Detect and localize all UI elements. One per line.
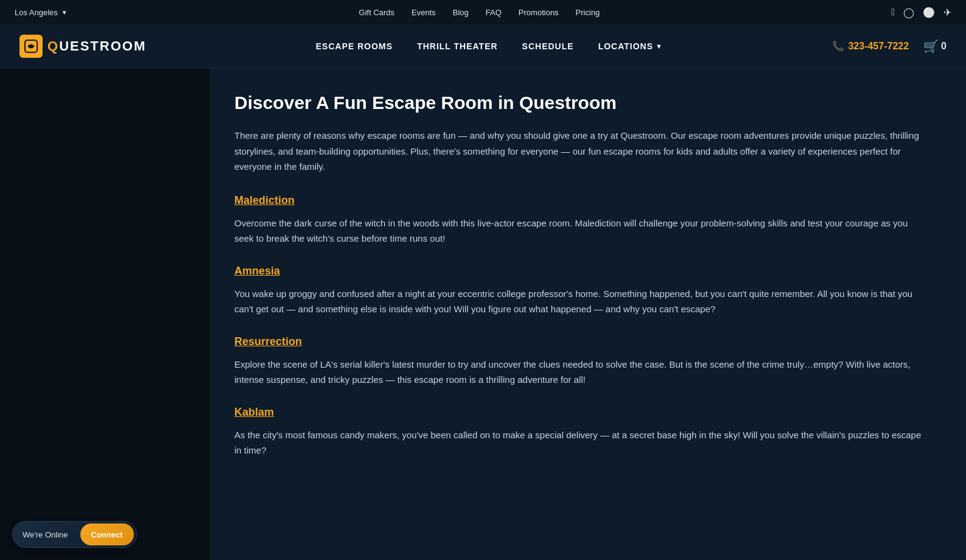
chat-connect-button[interactable]: Connect — [80, 523, 134, 545]
logo[interactable]: QUESTROOM — [19, 35, 146, 58]
main-nav: QUESTROOM ESCAPE ROOMS THRILL THEATER SC… — [0, 24, 966, 68]
yelp-icon[interactable]: ⚪ — [923, 7, 935, 18]
cart-button[interactable]: 🛒 0 — [923, 39, 947, 54]
page-layout: Discover A Fun Escape Room in Questroom … — [0, 68, 966, 560]
sidebar — [0, 68, 210, 560]
nav-blog[interactable]: Blog — [453, 8, 469, 17]
room-desc-malediction: Overcome the dark curse of the witch in … — [234, 215, 929, 247]
location-chevron-icon: ▼ — [61, 9, 68, 16]
nav-faq[interactable]: FAQ — [486, 8, 502, 17]
main-nav-right: 📞 323-457-7222 🛒 0 — [832, 39, 947, 54]
nav-escape-rooms[interactable]: ESCAPE ROOMS — [316, 41, 393, 51]
location-selector[interactable]: Los Angeles ▼ — [15, 8, 68, 17]
facebook-icon[interactable]:  — [891, 7, 895, 18]
main-content: Discover A Fun Escape Room in Questroom … — [210, 68, 966, 560]
chat-status: We're Online — [13, 530, 78, 539]
intro-paragraph: There are plenty of reasons why escape r… — [234, 128, 929, 175]
room-link-amnesia[interactable]: Amnesia — [234, 265, 280, 278]
phone-icon: 📞 — [832, 40, 844, 52]
page-title: Discover A Fun Escape Room in Questroom — [234, 93, 929, 113]
nav-events[interactable]: Events — [411, 8, 436, 17]
room-desc-kablam: As the city's most famous candy makers, … — [234, 427, 929, 458]
room-link-resurrection[interactable]: Resurrection — [234, 335, 302, 348]
room-link-kablam[interactable]: Kablam — [234, 406, 274, 419]
phone-number: 323-457-7222 — [848, 41, 909, 52]
nav-promotions[interactable]: Promotions — [519, 8, 559, 17]
locations-chevron-icon: ▼ — [656, 43, 663, 50]
tripadvisor-icon[interactable]: ✈ — [943, 7, 951, 18]
phone-link[interactable]: 📞 323-457-7222 — [832, 40, 909, 52]
cart-bag-icon: 🛒 — [923, 39, 939, 54]
instagram-icon[interactable]: ◯ — [903, 7, 914, 18]
main-nav-links: ESCAPE ROOMS THRILL THEATER SCHEDULE LOC… — [316, 41, 663, 51]
location-label: Los Angeles — [15, 8, 58, 17]
top-nav: Gift Cards Events Blog FAQ Promotions Pr… — [359, 8, 600, 17]
nav-thrill-theater[interactable]: THRILL THEATER — [417, 41, 497, 51]
top-bar: Los Angeles ▼ Gift Cards Events Blog FAQ… — [0, 0, 966, 24]
room-desc-resurrection: Explore the scene of LA's serial killer'… — [234, 357, 929, 388]
social-links:  ◯ ⚪ ✈ — [891, 7, 951, 18]
logo-icon — [19, 35, 43, 58]
cart-count: 0 — [941, 41, 947, 52]
nav-pricing[interactable]: Pricing — [576, 8, 600, 17]
logo-text: QUESTROOM — [47, 38, 146, 54]
nav-gift-cards[interactable]: Gift Cards — [359, 8, 395, 17]
room-link-malediction[interactable]: Malediction — [234, 194, 295, 207]
nav-schedule[interactable]: SCHEDULE — [522, 41, 574, 51]
nav-locations[interactable]: LOCATIONS ▼ — [598, 41, 663, 51]
chat-widget: We're Online Connect — [12, 521, 137, 548]
room-desc-amnesia: You wake up groggy and confused after a … — [234, 286, 929, 317]
